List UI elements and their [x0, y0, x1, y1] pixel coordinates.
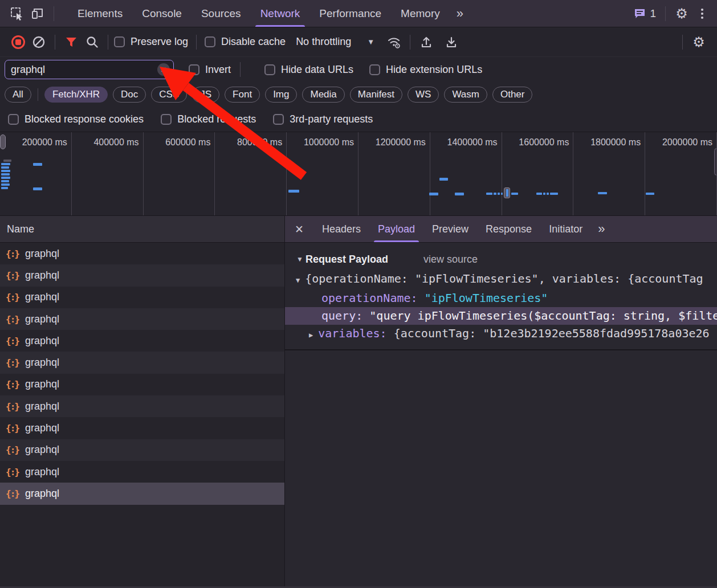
timeline-tick-5: 1000000 ms — [287, 132, 358, 215]
detail-tab-response[interactable]: Response — [477, 216, 540, 242]
invert-option[interactable]: Invert — [189, 64, 231, 76]
panel-tabs: ElementsConsoleSourcesNetworkPerformance… — [68, 0, 450, 27]
table-row[interactable]: {:}graphql — [0, 330, 284, 352]
table-row[interactable]: {:}graphql — [0, 308, 284, 330]
json-file-icon: {:} — [6, 336, 19, 346]
payload-variables-node[interactable]: ▶variables: {accountTag: "b12e3b2192ee55… — [285, 325, 717, 344]
table-row[interactable]: {:}graphql — [0, 461, 284, 483]
preserve-log-checkbox[interactable] — [114, 36, 125, 47]
collapse-node-icon[interactable]: ▼ — [296, 276, 300, 284]
settings-gear-icon[interactable]: ⚙ — [671, 3, 692, 24]
table-row[interactable]: {:}graphql — [0, 243, 284, 264]
detail-tab-payload[interactable]: Payload — [369, 216, 423, 242]
json-file-icon: {:} — [6, 423, 19, 434]
checkbox[interactable] — [8, 114, 19, 125]
view-source-link[interactable]: view source — [423, 254, 478, 266]
timeline-request-bar — [439, 178, 448, 181]
filter-funnel-icon[interactable] — [61, 32, 82, 52]
message-bubble-icon — [634, 8, 646, 19]
type-chip-wasm[interactable]: Wasm — [444, 87, 487, 103]
clear-network-log-icon[interactable] — [28, 32, 49, 52]
option-blocked-requests[interactable]: Blocked requests — [161, 113, 256, 125]
type-chip-img[interactable]: Img — [265, 87, 297, 103]
detail-tab-preview[interactable]: Preview — [423, 216, 477, 242]
timeline-request-bar — [543, 193, 545, 195]
table-row[interactable]: {:}graphql — [0, 287, 284, 308]
main-tab-network[interactable]: Network — [251, 0, 310, 27]
name-column-header[interactable]: Name — [0, 216, 284, 243]
import-har-icon[interactable] — [416, 32, 437, 52]
table-row[interactable]: {:}graphql — [0, 395, 284, 417]
inspect-element-icon[interactable] — [7, 3, 27, 24]
table-row[interactable]: {:}graphql — [0, 352, 284, 373]
filter-input[interactable] — [5, 60, 174, 79]
kebab-menu-icon[interactable] — [692, 3, 712, 24]
more-detail-tabs-icon[interactable]: » — [591, 216, 612, 242]
export-har-icon[interactable] — [441, 32, 462, 52]
type-chip-other[interactable]: Other — [492, 87, 533, 103]
type-chip-manifest[interactable]: Manifest — [350, 87, 402, 103]
payload-root-node[interactable]: ▼{operationName: "ipFlowTimeseries", var… — [285, 270, 717, 289]
checkbox[interactable] — [273, 114, 284, 125]
payload-query-selected[interactable]: query: "query ipFlowTimeseries($accountT… — [285, 307, 717, 325]
type-chip-css[interactable]: CSS — [151, 87, 187, 103]
detail-tab-initiator[interactable]: Initiator — [540, 216, 591, 242]
hide-data-urls-checkbox[interactable] — [264, 64, 275, 75]
devtools-window: ElementsConsoleSourcesNetworkPerformance… — [0, 0, 717, 588]
table-row[interactable]: {:}graphql — [0, 264, 284, 286]
network-conditions-icon[interactable] — [384, 32, 404, 52]
request-name: graphql — [25, 466, 59, 478]
clear-filter-icon[interactable]: ✕ — [157, 63, 170, 76]
table-row[interactable]: {:}graphql — [0, 483, 284, 504]
collapse-section-icon[interactable]: ▼ — [296, 255, 303, 263]
disable-cache-checkbox[interactable] — [205, 36, 215, 47]
detail-tab-headers[interactable]: Headers — [313, 216, 369, 242]
main-tab-console[interactable]: Console — [132, 0, 192, 27]
main-tab-sources[interactable]: Sources — [192, 0, 251, 27]
table-row[interactable]: {:}graphql — [0, 374, 284, 395]
timeline-selected-marker — [504, 187, 510, 198]
invert-checkbox[interactable] — [189, 64, 199, 75]
throttling-dropdown[interactable]: No throttling ▼ — [296, 36, 374, 48]
option-3rd-party-requests[interactable]: 3rd-party requests — [273, 113, 373, 125]
network-overview-timeline[interactable]: 200000 ms400000 ms600000 ms800000 ms1000… — [0, 132, 717, 216]
resource-type-filters: AllFetch/XHRDocCSSJSFontImgMediaManifest… — [0, 82, 717, 107]
type-chip-media[interactable]: Media — [302, 87, 344, 103]
divider — [38, 88, 38, 101]
device-toolbar-icon[interactable] — [27, 3, 48, 24]
more-panels-icon[interactable]: » — [450, 0, 470, 27]
main-tab-elements[interactable]: Elements — [68, 0, 132, 27]
expand-node-icon[interactable]: ▶ — [309, 331, 313, 339]
option-blocked-response-cookies[interactable]: Blocked response cookies — [8, 113, 144, 125]
timeline-tick-1: 200000 ms — [0, 132, 72, 215]
type-chip-font[interactable]: Font — [225, 87, 260, 103]
hide-data-urls-option[interactable]: Hide data URLs — [264, 64, 353, 76]
timeline-request-bar — [1, 166, 9, 169]
timeline-request-bar — [1, 170, 10, 172]
network-filter-row: ✕ Invert Hide data URLs Hide extension U… — [0, 57, 717, 82]
table-row[interactable]: {:}graphql — [0, 439, 284, 461]
issues-counter[interactable]: 1 — [630, 7, 659, 20]
main-tab-memory[interactable]: Memory — [391, 0, 450, 27]
record-network-log-icon[interactable] — [8, 32, 28, 52]
close-details-icon[interactable]: ✕ — [285, 223, 313, 236]
main-tab-performance[interactable]: Performance — [309, 0, 391, 27]
type-chip-doc[interactable]: Doc — [113, 87, 146, 103]
timeline-tick-2: 400000 ms — [72, 132, 144, 215]
disable-cache-option[interactable]: Disable cache — [205, 36, 286, 48]
type-chip-js[interactable]: JS — [192, 87, 219, 103]
type-chip-ws[interactable]: WS — [408, 87, 439, 103]
divider — [55, 35, 55, 50]
type-chip-fetch-xhr[interactable]: Fetch/XHR — [44, 87, 108, 103]
request-details-tabs: ✕ HeadersPayloadPreviewResponseInitiator… — [285, 216, 717, 243]
search-icon[interactable] — [82, 32, 102, 52]
type-chip-all[interactable]: All — [5, 87, 31, 103]
chevron-down-icon: ▼ — [367, 38, 374, 46]
network-settings-gear-icon[interactable]: ⚙ — [689, 32, 709, 52]
hide-extension-urls-option[interactable]: Hide extension URLs — [369, 64, 482, 76]
preserve-log-option[interactable]: Preserve log — [114, 36, 188, 48]
checkbox[interactable] — [161, 114, 172, 125]
payload-operation-name[interactable]: operationName: "ipFlowTimeseries" — [285, 289, 717, 307]
table-row[interactable]: {:}graphql — [0, 417, 284, 439]
hide-extension-urls-checkbox[interactable] — [369, 64, 380, 75]
